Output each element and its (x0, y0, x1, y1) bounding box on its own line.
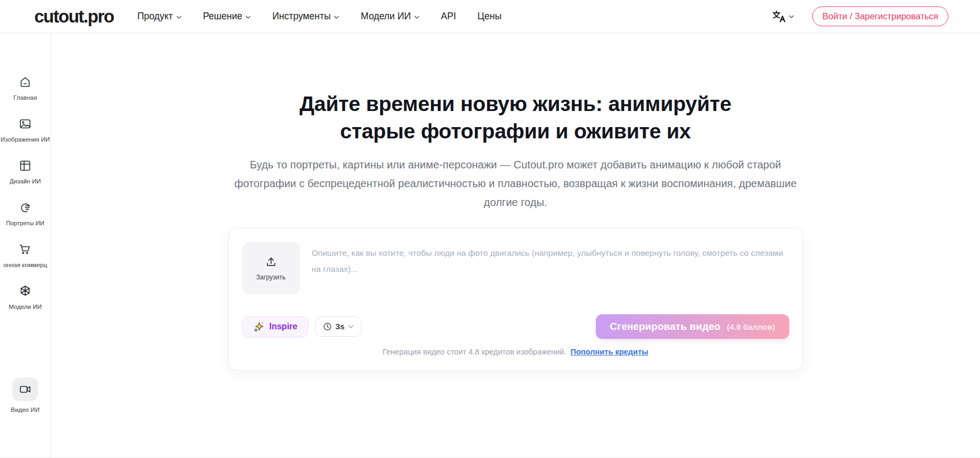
inspire-label: Inspire (270, 322, 297, 331)
video-icon (18, 382, 32, 396)
generate-cost-badge: (4.8 баллов) (727, 322, 775, 331)
nav-item-api[interactable]: API (441, 11, 456, 22)
home-icon (18, 75, 32, 89)
page-title: Дайте времени новую жизнь: анимируйте ст… (51, 90, 980, 145)
clock-icon (323, 322, 332, 331)
sidebar-item-label: Дизайн ИИ (10, 178, 41, 186)
nav-item-label: Модели ИИ (361, 11, 411, 22)
page-subtitle: Будь то портреты, картины или аниме-перс… (228, 156, 804, 212)
prompt-input[interactable] (312, 242, 789, 294)
video-generator-card: Загрузить Inspire 3s (228, 228, 803, 371)
sidebar-item-home[interactable]: Главная (0, 75, 51, 102)
top-up-credits-link[interactable]: Пополнить кредиты (571, 348, 648, 356)
composer-input-row: Загрузить (242, 242, 789, 294)
sidebar-item-label: Модели ИИ (9, 303, 41, 311)
main-nav: Продукт Решение Инструменты Модели ИИ AP… (137, 11, 502, 22)
title-line-1: Дайте времени новую жизнь: анимируйте (300, 92, 731, 115)
chevron-down-icon (348, 325, 354, 328)
upload-label: Загрузить (256, 274, 286, 281)
nav-item-label: Инструменты (272, 11, 331, 22)
nav-item-label: Продукт (137, 11, 173, 22)
translate-icon (772, 10, 786, 23)
sidebar-item-ai-models[interactable]: Модели ИИ (0, 284, 51, 311)
sidebar-item-ai-images[interactable]: Изображения ИИ (0, 117, 51, 144)
sidebar-item-ai-portraits[interactable]: Портреты ИИ (0, 201, 51, 227)
upload-button[interactable]: Загрузить (242, 242, 300, 294)
generate-video-button[interactable]: Сгенерировать видео (4.8 баллов) (596, 314, 789, 339)
chevron-down-icon (334, 16, 339, 19)
generate-label: Сгенерировать видео (610, 321, 721, 333)
upload-icon (265, 256, 278, 269)
nav-item-product[interactable]: Продукт (137, 11, 182, 22)
sidebar-item-ai-design[interactable]: Дизайн ИИ (0, 159, 51, 186)
chevron-down-icon (245, 16, 251, 19)
login-register-button[interactable]: Войти / Зарегистрироваться (812, 6, 948, 26)
portrait-icon (18, 201, 32, 215)
design-icon (18, 159, 32, 173)
sidebar-item-label: Видео ИИ (11, 406, 39, 414)
credit-note: Генерация видео стоит 4.8 кредитов изобр… (383, 348, 566, 356)
language-selector[interactable] (772, 10, 794, 23)
chevron-down-icon (176, 16, 182, 19)
nav-item-tools[interactable]: Инструменты (272, 11, 339, 22)
nav-item-label: Цены (477, 11, 502, 22)
sidebar-item-label: Главная (13, 94, 37, 102)
sparkles-icon (253, 321, 265, 333)
duration-label: 3s (335, 322, 345, 331)
active-item-highlight (12, 378, 38, 401)
nav-item-pricing[interactable]: Цены (477, 11, 502, 22)
left-sidebar: Главная Изображения ИИ Дизайн ИИ (0, 33, 51, 458)
composer-controls: Inspire 3s Сгенерировать видео (4.8 балл… (242, 314, 789, 339)
title-line-2: старые фотографии и оживите их (340, 120, 691, 143)
nav-item-ai-models[interactable]: Модели ИИ (361, 11, 420, 22)
chevron-down-icon (414, 16, 420, 19)
navbar-right: Войти / Зарегистрироваться (772, 6, 948, 26)
nav-item-label: API (441, 11, 456, 22)
main-content: Дайте времени новую жизнь: анимируйте ст… (51, 33, 980, 458)
sidebar-item-label: Изображения ИИ (1, 136, 50, 144)
image-icon (18, 117, 32, 131)
sidebar-item-ai-video[interactable]: Видео ИИ (0, 378, 51, 414)
brand-logo[interactable]: cutout.pro (34, 6, 114, 27)
chevron-down-icon (789, 15, 794, 18)
top-navbar: cutout.pro Продукт Решение Инструменты М… (0, 0, 980, 33)
cart-icon (18, 242, 32, 256)
sidebar-item-label: Портреты ИИ (6, 219, 44, 227)
duration-select[interactable]: 3s (315, 316, 362, 337)
sidebar-item-ecommerce[interactable]: онная коммерц (0, 242, 51, 269)
nav-item-label: Решение (203, 11, 243, 22)
nav-item-solution[interactable]: Решение (203, 11, 251, 22)
credit-note-row: Генерация видео стоит 4.8 кредитов изобр… (242, 348, 789, 360)
sidebar-item-label: онная коммерц (3, 261, 47, 269)
cube-icon (18, 284, 32, 298)
inspire-button[interactable]: Inspire (242, 316, 309, 337)
